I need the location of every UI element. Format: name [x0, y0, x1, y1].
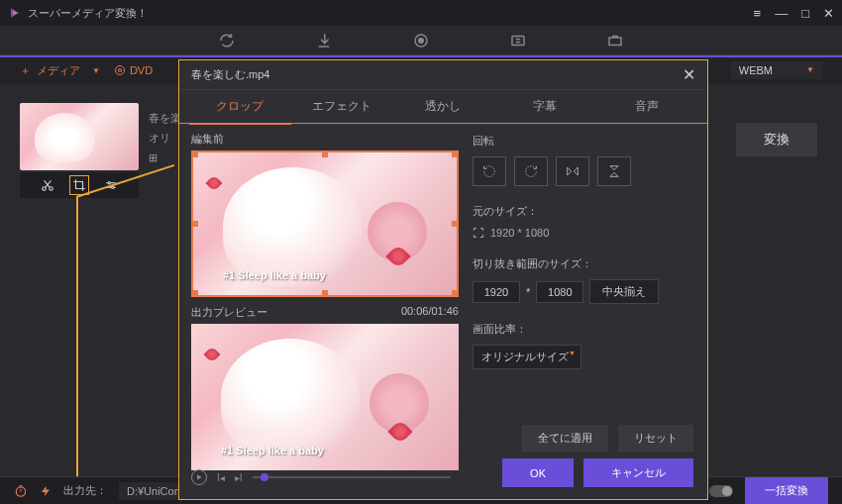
cut-icon[interactable] [41, 178, 54, 192]
tab-watermark[interactable]: 透かし [392, 90, 494, 123]
svg-marker-16 [574, 167, 578, 175]
convert-button[interactable]: 変換 [736, 123, 817, 156]
minimize-button[interactable]: — [775, 6, 788, 21]
crop-icon[interactable] [72, 178, 86, 192]
maximize-button[interactable]: □ [801, 6, 809, 21]
svg-rect-6 [609, 38, 621, 46]
svg-marker-17 [610, 166, 618, 170]
svg-point-14 [112, 186, 114, 188]
settings-icon[interactable] [104, 178, 118, 192]
aspect-label: 画面比率： [473, 322, 695, 337]
tab-crop[interactable]: クロップ [189, 90, 291, 125]
play-button[interactable] [191, 469, 207, 485]
close-button[interactable]: ✕ [823, 6, 834, 21]
crop-height-input[interactable] [536, 281, 583, 303]
flip-vertical-button[interactable] [597, 156, 631, 186]
svg-rect-5 [512, 36, 524, 45]
timer-icon[interactable] [14, 484, 28, 498]
svg-point-4 [419, 38, 424, 43]
center-button[interactable]: 中央揃え [589, 279, 659, 304]
crop-size-label: 切り抜き範囲のサイズ： [473, 256, 695, 271]
seek-bar[interactable] [253, 476, 451, 478]
reset-button[interactable]: リセット [618, 425, 693, 452]
before-edit-label: 編集前 [191, 132, 459, 147]
output-preview-label: 出力プレビュー 00:06/01:46 [191, 305, 459, 320]
source-preview[interactable]: #1 Sleep like a baby [191, 151, 459, 297]
time-display: 00:06/01:46 [401, 305, 459, 320]
output-label: 出力先： [63, 483, 107, 498]
tab-subtitle[interactable]: 字幕 [494, 90, 596, 123]
modal-tabs: クロップ エフェクト 透かし 字幕 音声 [179, 90, 707, 124]
record-icon[interactable] [412, 32, 430, 50]
playback-bar: I◂ ▸I [191, 469, 451, 485]
rotate-cw-button[interactable] [514, 156, 548, 186]
output-format-select[interactable]: WEBM [731, 61, 822, 79]
svg-marker-19 [197, 474, 202, 479]
flip-horizontal-button[interactable] [556, 156, 589, 186]
clip-thumbnail [20, 103, 139, 170]
video-overlay-text: #1 Sleep like a baby [223, 269, 326, 281]
app-logo-icon [8, 6, 22, 20]
aspect-select[interactable]: オリジナルサイズ [473, 345, 581, 369]
tab-effect[interactable]: エフェクト [291, 90, 393, 123]
tab-audio[interactable]: 音声 [595, 90, 697, 123]
output-preview: #1 Sleep like a baby [191, 324, 459, 470]
batch-convert-button[interactable]: 一括変換 [745, 477, 828, 504]
rotate-label: 回転 [473, 134, 695, 149]
top-nav-icons [0, 26, 842, 55]
flash-icon[interactable] [40, 484, 52, 498]
clip-card[interactable] [20, 103, 139, 198]
main-area: 春を楽 オリ ⊞ 変換 春を楽しむ.mp4 ✕ クロップ エフェクト 透かし 字… [0, 83, 842, 476]
svg-rect-2 [319, 46, 330, 48]
ok-button[interactable]: OK [502, 458, 574, 487]
merge-toggle[interactable] [709, 485, 733, 497]
crop-modal: 春を楽しむ.mp4 ✕ クロップ エフェクト 透かし 字幕 音声 編集前 #1 … [178, 59, 708, 500]
modal-close-button[interactable]: ✕ [683, 65, 695, 84]
next-frame-button[interactable]: ▸I [235, 472, 243, 483]
refresh-icon[interactable] [218, 32, 236, 50]
crop-width-input[interactable] [473, 281, 520, 303]
modal-filename: 春を楽しむ.mp4 [191, 67, 269, 82]
svg-marker-18 [610, 172, 618, 176]
svg-marker-21 [42, 486, 50, 496]
cancel-button[interactable]: キャンセル [583, 458, 693, 487]
video-overlay-text: #1 Sleep like a baby [221, 445, 324, 456]
clip-tools [20, 172, 139, 198]
svg-point-13 [108, 182, 110, 184]
app-title: スーパーメディア変換！ [28, 6, 148, 21]
toolbox-icon[interactable] [606, 32, 624, 50]
clip-info: 春を楽 オリ ⊞ [149, 108, 181, 167]
svg-point-8 [118, 69, 121, 72]
download-icon[interactable] [315, 32, 333, 50]
annotation-line [76, 196, 78, 504]
add-media-button[interactable]: ＋メディア▼ [20, 63, 100, 78]
apply-all-button[interactable]: 全てに適用 [522, 425, 608, 452]
svg-point-7 [115, 66, 124, 75]
dvd-button[interactable]: DVD [114, 64, 153, 76]
orig-dimensions: 1920 * 1080 [490, 227, 549, 239]
menu-icon[interactable]: ≡ [754, 6, 762, 21]
orig-size-label: 元のサイズ： [473, 204, 695, 219]
titlebar: スーパーメディア変換！ ≡ — □ ✕ [0, 0, 842, 26]
svg-marker-15 [568, 167, 572, 175]
rotate-ccw-button[interactable] [473, 156, 506, 186]
transfer-icon[interactable] [509, 32, 527, 50]
expand-icon [473, 227, 484, 239]
prev-frame-button[interactable]: I◂ [217, 472, 225, 483]
